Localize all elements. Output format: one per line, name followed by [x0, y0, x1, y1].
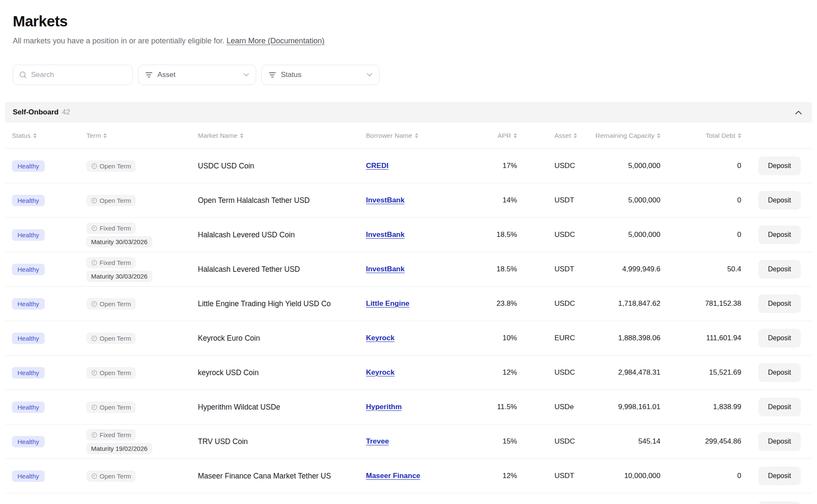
page-header: Markets All markets you have a position … — [0, 0, 817, 85]
market-name: Little Engine Trading High Yield USD Co — [198, 299, 366, 308]
page-title: Markets — [13, 13, 804, 30]
deposit-button[interactable]: Deposit — [758, 363, 801, 382]
deposit-button[interactable]: Deposit — [758, 260, 801, 279]
borrower-link[interactable]: Trevee — [366, 437, 389, 445]
sort-icon — [415, 133, 418, 138]
asset-value: USDT — [517, 472, 591, 480]
deposit-button[interactable]: Deposit — [758, 398, 801, 416]
search-input[interactable] — [31, 71, 126, 79]
borrower-link[interactable]: Keyrock — [366, 334, 394, 342]
deposit-button[interactable]: Deposit — [758, 157, 801, 175]
deposit-button[interactable]: Deposit — [758, 432, 801, 451]
page-subtitle: All markets you have a position in or ar… — [13, 36, 804, 46]
filter-icon — [269, 72, 276, 77]
column-header-market-name[interactable]: Market Name — [198, 132, 366, 140]
term-label: Open Term — [100, 300, 131, 308]
chevron-down-icon — [243, 73, 249, 77]
table-row: Healthy Open Term keyrock USD Coin Keyro… — [5, 356, 812, 390]
term-badge: Fixed Term — [86, 257, 136, 268]
self-onboard-section: Self-Onboard 42 Status Term Market Name … — [0, 102, 817, 504]
term-badge: Open Term — [86, 367, 136, 379]
asset-value: USDC — [517, 231, 591, 239]
clock-icon — [91, 370, 97, 376]
maturity-badge: Maturity 30/03/2026 — [86, 271, 152, 282]
clock-icon — [91, 197, 97, 204]
column-header-remaining-capacity[interactable]: Remaining Capacity — [591, 132, 660, 140]
clock-icon — [91, 473, 97, 479]
remaining-capacity-value: 5,000,000 — [591, 162, 660, 170]
table-row: Healthy Open Term Hyperithm Wildcat USDe… — [5, 390, 812, 424]
status-badge: Healthy — [12, 401, 45, 413]
clock-icon — [91, 259, 97, 266]
column-header-status[interactable]: Status — [12, 132, 86, 140]
section-header-self-onboard[interactable]: Self-Onboard 42 — [5, 102, 812, 122]
table-body: Healthy Open Term USDC USD Coin CREDI 17… — [5, 149, 812, 493]
section-count: 42 — [62, 108, 70, 117]
status-badge: Healthy — [12, 436, 45, 447]
borrower-link[interactable]: Keyrock — [366, 368, 394, 376]
section-title: Self-Onboard — [13, 108, 59, 117]
sort-icon — [657, 133, 660, 138]
table-header-row: Status Term Market Name Borrower Name AP… — [5, 122, 812, 149]
column-header-total-debt[interactable]: Total Debt — [660, 132, 741, 140]
table-row: Healthy Open Term Little Engine Trading … — [5, 287, 812, 321]
borrower-link[interactable]: Little Engine — [366, 299, 409, 308]
apr-value: 23.8% — [472, 299, 517, 308]
borrower-link[interactable]: Hyperithm — [366, 403, 402, 411]
column-header-apr[interactable]: APR — [472, 132, 517, 140]
clock-icon — [91, 301, 97, 307]
learn-more-link[interactable]: Learn More (Documentation) — [226, 37, 324, 45]
markets-table: Status Term Market Name Borrower Name AP… — [5, 122, 812, 493]
term-badge: Open Term — [86, 298, 136, 310]
market-name: USDC USD Coin — [198, 162, 366, 171]
borrower-link[interactable]: Maseer Finance — [366, 472, 420, 480]
deposit-button[interactable]: Deposit — [758, 191, 801, 210]
clock-icon — [91, 432, 97, 438]
borrower-link[interactable]: InvestBank — [366, 231, 405, 239]
apr-value: 15% — [472, 437, 517, 446]
status-filter[interactable]: Status — [261, 65, 380, 85]
market-name: Hyperithm Wildcat USDe — [198, 403, 366, 412]
column-header-term[interactable]: Term — [86, 132, 198, 140]
deposit-button[interactable]: Deposit — [758, 329, 801, 347]
search-box[interactable] — [13, 65, 133, 85]
remaining-capacity-value: 5,000,000 — [591, 196, 660, 205]
asset-filter[interactable]: Asset — [138, 65, 256, 85]
apr-value: 18.5% — [472, 265, 517, 273]
sort-icon — [33, 133, 37, 138]
column-header-asset[interactable]: Asset — [517, 132, 591, 140]
term-label: Open Term — [100, 335, 131, 342]
table-row: Healthy Open Term Maseer Finance Cana Ma… — [5, 459, 812, 493]
deposit-button[interactable]: Deposit — [758, 467, 801, 485]
term-badge: Open Term — [86, 195, 136, 206]
chevron-down-icon — [367, 73, 372, 77]
market-name: TRV USD Coin — [198, 437, 366, 446]
total-debt-value: 0 — [660, 162, 741, 170]
market-name: Halalcash Levered Tether USD — [198, 265, 366, 274]
maturity-badge: Maturity 19/02/2026 — [86, 443, 152, 454]
deposit-button[interactable]: Deposit — [758, 501, 801, 504]
term-label: Open Term — [100, 473, 131, 480]
total-debt-value: 299,454.86 — [660, 437, 741, 446]
table-row: Healthy Fixed Term Maturity 19/02/2026 T… — [5, 424, 812, 459]
status-badge: Healthy — [12, 264, 45, 275]
asset-value: USDC — [517, 299, 591, 308]
remaining-capacity-value: 2,984,478.31 — [591, 368, 660, 377]
deposit-button[interactable]: Deposit — [758, 225, 801, 244]
column-header-borrower-name[interactable]: Borrower Name — [366, 132, 472, 140]
status-badge: Healthy — [12, 160, 45, 172]
remaining-capacity-value: 4,999,949.6 — [591, 265, 660, 273]
borrower-link[interactable]: InvestBank — [366, 265, 405, 273]
asset-value: USDC — [517, 368, 591, 377]
asset-filter-label: Asset — [157, 71, 176, 79]
total-debt-value: 15,521.69 — [660, 368, 741, 377]
deposit-button[interactable]: Deposit — [758, 294, 801, 313]
borrower-link[interactable]: CREDI — [366, 162, 389, 170]
market-name: Maseer Finance Cana Market Tether US — [198, 472, 366, 481]
borrower-link[interactable]: InvestBank — [366, 196, 405, 204]
sort-icon — [574, 133, 577, 138]
total-debt-value: 50.4 — [660, 265, 741, 273]
total-debt-value: 0 — [660, 472, 741, 480]
chevron-up-icon[interactable] — [795, 111, 804, 114]
term-badge: Open Term — [86, 470, 136, 482]
